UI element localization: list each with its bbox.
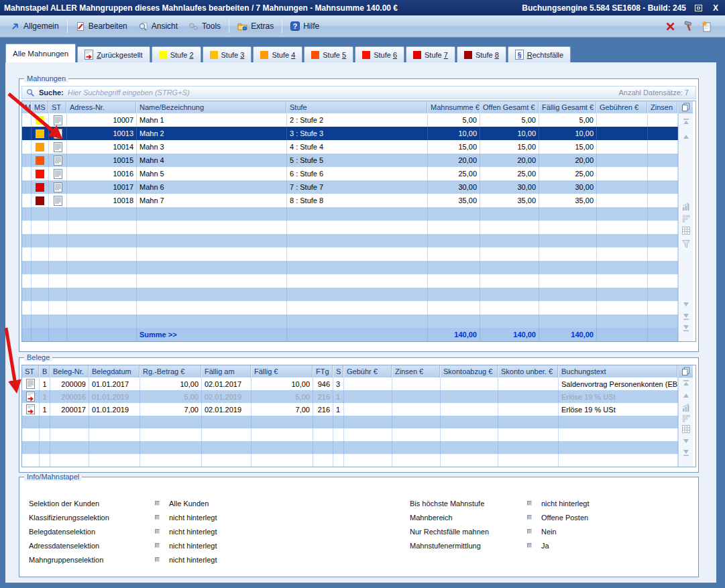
column-header-name-bezeichnung[interactable]: Name/Bezeichnung (137, 101, 287, 113)
column-header-fällig-gesamt[interactable]: Fällig Gesamt € (539, 101, 597, 113)
column-header-adress-nr[interactable]: Adress-Nr. (67, 101, 137, 113)
grid-icon[interactable] (681, 226, 691, 235)
column-header-zinsen[interactable]: Zinsen € (392, 365, 441, 377)
column-header-b[interactable]: B (40, 365, 50, 377)
down-icon[interactable] (681, 300, 691, 309)
menu-item-extras[interactable]: Extras (232, 19, 279, 33)
cell-zinsen (648, 140, 678, 154)
cell-empty (67, 301, 137, 314)
column-header-ftg[interactable]: FTg (313, 365, 333, 377)
cell-empty (22, 274, 32, 288)
dots-icon[interactable] (681, 214, 691, 223)
column-header-gebühr[interactable]: Gebühr € (344, 365, 392, 377)
column-header-mahnsumme[interactable]: Mahnsumme € (428, 101, 480, 113)
menu-item-ansicht[interactable]: Ansicht (133, 19, 183, 34)
down2-icon[interactable] (681, 312, 691, 321)
tab-stufe-3[interactable]: Stufe 3 (203, 46, 252, 62)
table-row[interactable]: 120001601.01.20195,0002.01.20195,002161E… (22, 390, 678, 403)
table-row[interactable]: 120000901.01.201710,0002.01.201710,00946… (22, 377, 678, 390)
cell-m (22, 154, 32, 167)
tab-stufe-4[interactable]: Stufe 4 (253, 46, 302, 62)
menu-item-bearbeiten[interactable]: Bearbeiten (70, 19, 133, 34)
jump-bottom-icon[interactable] (681, 324, 691, 333)
table-row[interactable]: 10015Mahn 45 : Stufe 520,0020,0020,00 (22, 154, 678, 167)
tab-stufe-8[interactable]: Stufe 8 (457, 46, 506, 62)
jump-top-icon[interactable] (681, 379, 691, 388)
column-header-buchungstext[interactable]: Buchungstext (559, 365, 678, 377)
table-row[interactable]: 120001701.01.20197,0002.01.20197,002161E… (22, 403, 678, 416)
up-icon[interactable] (681, 391, 691, 400)
cell-empty (441, 416, 498, 428)
column-header-fällig[interactable]: Fällig € (252, 365, 313, 377)
cell-empty (89, 454, 140, 467)
jump-bottom-icon[interactable] (681, 449, 691, 458)
table-row[interactable]: 10013Mahn 23 : Stufe 310,0010,0010,00 (22, 127, 678, 140)
menu-item-tools[interactable]: Tools (183, 19, 226, 33)
tab-stufe-2[interactable]: Stufe 2 (152, 46, 201, 62)
stufe-color-swatch (210, 51, 218, 59)
tab-stufe-7[interactable]: Stufe 7 (406, 46, 455, 62)
column-header-fällig-am[interactable]: Fällig am (202, 365, 252, 377)
doc-lines-icon (54, 196, 62, 206)
column-header-beleg-nr[interactable]: Beleg-Nr. (50, 365, 89, 377)
cell-empty (202, 416, 252, 428)
cell-ms (32, 113, 49, 127)
info-label: Belegdatenselektion (29, 528, 155, 536)
empty-row (22, 314, 678, 328)
menu-item-hilfe[interactable]: ?Hilfe (285, 19, 325, 33)
tab-zurückgestellt[interactable]: Zurückgestellt (77, 46, 150, 62)
cell-mahnsumme: 30,00 (428, 180, 480, 194)
table-row[interactable]: 10017Mahn 67 : Stufe 730,0030,0030,00 (22, 180, 678, 194)
funnel-icon[interactable] (681, 239, 691, 249)
column-header-gebühren[interactable]: Gebühren € (597, 101, 648, 113)
tab-stufe-5[interactable]: Stufe 5 (304, 46, 353, 62)
tab-label: Stufe 6 (374, 51, 397, 59)
column-header-skontoabzug[interactable]: Skontoabzug € (441, 365, 498, 377)
column-header-zinsen[interactable]: Zinsen (648, 101, 678, 113)
cancel-icon[interactable] (665, 21, 675, 32)
info-label: Adressdatenselektion (29, 542, 155, 550)
cell-empty (137, 301, 287, 314)
jump-top-icon[interactable] (681, 117, 691, 127)
close-window-button[interactable]: X (710, 3, 721, 13)
hammer-icon[interactable] (683, 21, 693, 32)
cell-empty (67, 247, 137, 261)
copy-grid-button[interactable] (679, 365, 693, 377)
cell-empty (648, 301, 678, 314)
tab-rechtsfälle[interactable]: §Rechtsfälle (508, 46, 571, 62)
restore-window-button[interactable] (693, 3, 704, 13)
cell-empty (648, 274, 678, 288)
cell-st (49, 180, 67, 194)
column-header-st[interactable]: ST (49, 101, 67, 113)
chart-icon[interactable] (681, 403, 691, 412)
menu-item-allgemein[interactable]: Allgemein (5, 19, 64, 33)
cell-empty (428, 234, 480, 247)
down-icon[interactable] (681, 436, 691, 446)
cell-empty (67, 274, 137, 288)
cell-empty (333, 441, 344, 454)
tab-stufe-6[interactable]: Stufe 6 (355, 46, 404, 62)
cell-empty (22, 221, 32, 234)
search-input[interactable] (68, 89, 615, 97)
column-header-stufe[interactable]: Stufe (287, 101, 428, 113)
column-header-belegdatum[interactable]: Belegdatum (89, 365, 140, 377)
dots-icon[interactable] (681, 414, 691, 423)
column-header-st[interactable]: ST (22, 365, 40, 377)
column-header-s[interactable]: S (333, 365, 344, 377)
chart-icon[interactable] (681, 202, 691, 211)
column-header-offen-gesamt[interactable]: Offen Gesamt € (480, 101, 539, 113)
up-icon[interactable] (681, 132, 691, 141)
table-row[interactable]: 10018Mahn 78 : Stufe 835,0035,0035,00 (22, 194, 678, 207)
new-document-icon[interactable] (702, 21, 712, 32)
column-header-skonto-unber[interactable]: Skonto unber. € (498, 365, 559, 377)
copy-grid-button[interactable] (679, 101, 693, 113)
column-header-ms[interactable]: MS (32, 101, 49, 113)
table-row[interactable]: 10007Mahn 12 : Stufe 25,005,005,00 (22, 113, 678, 127)
column-header-m[interactable]: M (22, 101, 32, 113)
column-header-rg-betrag[interactable]: Rg.-Betrag € (140, 365, 202, 377)
table-row[interactable]: 10014Mahn 34 : Stufe 415,0015,0015,00 (22, 140, 678, 154)
table-row[interactable]: 10016Mahn 56 : Stufe 625,0025,0025,00 (22, 167, 678, 180)
grid-icon[interactable] (681, 424, 691, 434)
tab-alle-mahnungen[interactable]: Alle Mahnungen (5, 44, 76, 62)
cell-buchungstext: Erlöse 19 % USt (559, 403, 678, 416)
